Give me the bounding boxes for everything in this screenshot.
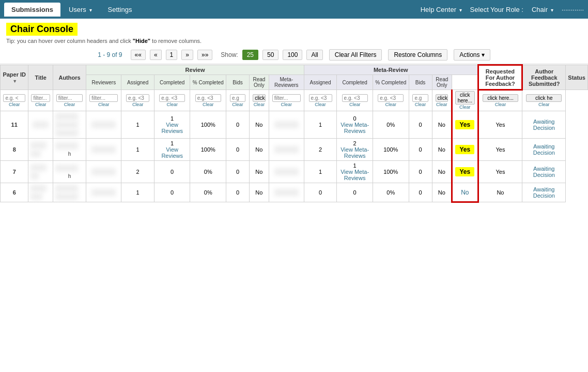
user-account[interactable]: ············ xyxy=(562,6,584,13)
filter-meta-pct[interactable]: Clear xyxy=(373,90,409,111)
view-reviews-link[interactable]: View Reviews xyxy=(161,146,183,159)
filter-title[interactable]: Clear xyxy=(28,90,53,111)
nav-tab-submissions[interactable]: Submissions xyxy=(4,3,60,17)
filter-meta-completed-input[interactable] xyxy=(342,94,368,102)
th-reviewers[interactable]: Reviewers xyxy=(86,75,121,90)
filter-authors-clear[interactable]: Clear xyxy=(55,102,84,107)
th-paper-id[interactable]: Paper ID ▼ xyxy=(1,65,28,90)
filter-status[interactable]: click he Clear xyxy=(522,90,566,111)
show-100-button[interactable]: 100 xyxy=(283,50,302,60)
filter-author-feedback-button[interactable]: click here... xyxy=(483,94,519,102)
filter-reviewers-clear[interactable]: Clear xyxy=(88,102,119,107)
filter-meta-pct-clear[interactable]: Clear xyxy=(375,102,407,107)
show-50-button[interactable]: 50 xyxy=(262,50,278,60)
requested-feedback-no[interactable]: No xyxy=(461,189,469,196)
filter-review-pct-input[interactable] xyxy=(195,94,221,102)
next-page-button[interactable]: » xyxy=(181,50,193,60)
th-meta-readonly[interactable]: Read Only xyxy=(432,75,452,90)
filter-review-completed-input[interactable] xyxy=(159,94,185,102)
show-all-button[interactable]: All xyxy=(306,50,322,60)
view-meta-reviews-link[interactable]: View Meta-Reviews xyxy=(341,169,369,181)
cell-review-readonly: No xyxy=(250,139,269,161)
filter-authors-input[interactable] xyxy=(56,94,83,102)
nav-tab-settings[interactable]: Settings xyxy=(100,3,139,17)
role-selector[interactable]: Chair ▾ xyxy=(532,6,553,13)
filter-status-clear[interactable]: Clear xyxy=(524,102,564,107)
filter-meta-readonly-clear[interactable]: Clear xyxy=(434,102,450,107)
show-25-button[interactable]: 25 xyxy=(242,50,258,60)
filter-meta-completed-clear[interactable]: Clear xyxy=(338,102,371,107)
filter-meta-readonly-button[interactable]: click xyxy=(436,94,448,102)
th-title[interactable]: Title xyxy=(28,65,53,90)
cell-review-completed: 0 xyxy=(154,183,190,202)
prev-page-button[interactable]: « xyxy=(150,50,162,60)
th-review-pct[interactable]: % Completed xyxy=(190,75,226,90)
filter-paper-id-input[interactable] xyxy=(3,94,25,102)
filter-review-bids[interactable]: Clear xyxy=(226,90,250,111)
filter-author-feedback[interactable]: click here... Clear xyxy=(478,90,522,111)
filter-title-clear[interactable]: Clear xyxy=(30,102,51,107)
nav-tab-users[interactable]: Users ▾ xyxy=(61,3,100,17)
filter-meta-assigned-clear[interactable]: Clear xyxy=(306,102,335,107)
cell-requested-feedback[interactable]: No xyxy=(452,183,478,202)
filter-review-readonly-button[interactable]: click xyxy=(253,94,265,102)
filter-meta-assigned[interactable]: Clear xyxy=(304,90,336,111)
filter-meta-bids-input[interactable] xyxy=(412,94,428,102)
filter-review-readonly-clear[interactable]: Clear xyxy=(251,102,267,107)
filter-requested-feedback[interactable]: click here... Clear xyxy=(452,90,478,111)
view-meta-reviews-link[interactable]: View Meta-Reviews xyxy=(341,122,369,134)
th-review-readonly[interactable]: Read Only xyxy=(250,75,269,90)
filter-review-pct-clear[interactable]: Clear xyxy=(192,102,224,107)
filter-paper-id[interactable]: Clear xyxy=(1,90,28,111)
filter-requested-feedback-button[interactable]: click here... xyxy=(455,91,474,105)
view-reviews-link[interactable]: View Reviews xyxy=(161,122,183,134)
filter-meta-readonly[interactable]: click Clear xyxy=(432,90,452,111)
help-center-link[interactable]: Help Center ▾ xyxy=(421,6,462,13)
th-author-feedback[interactable]: Author Feedback Submitted? xyxy=(522,65,566,90)
filter-reviewers[interactable]: Clear xyxy=(86,90,121,111)
filter-meta-pct-input[interactable] xyxy=(378,94,404,102)
th-review-completed[interactable]: Completed xyxy=(154,75,190,90)
th-meta-pct[interactable]: % Completed xyxy=(373,75,409,90)
th-review-assigned[interactable]: Assigned xyxy=(121,75,154,90)
actions-dropdown-button[interactable]: Actions ▾ xyxy=(454,49,490,61)
filter-author-feedback-clear[interactable]: Clear xyxy=(481,102,521,107)
filter-review-bids-clear[interactable]: Clear xyxy=(228,102,247,107)
th-meta-reviewers[interactable]: Meta-Reviewers xyxy=(269,75,304,90)
filter-meta-reviewers[interactable]: Clear xyxy=(269,90,304,111)
th-status[interactable]: Status xyxy=(566,65,588,90)
filter-review-bids-input[interactable] xyxy=(230,94,245,102)
filter-review-assigned-clear[interactable]: Clear xyxy=(123,102,152,107)
filter-paper-id-clear[interactable]: Clear xyxy=(2,102,26,107)
clear-all-filters-button[interactable]: Clear All Filters xyxy=(329,49,382,61)
filter-review-readonly[interactable]: click Clear xyxy=(250,90,269,111)
filter-review-assigned-input[interactable] xyxy=(126,94,149,102)
filter-meta-bids[interactable]: Clear xyxy=(409,90,432,111)
th-meta-completed[interactable]: Completed xyxy=(337,75,373,90)
th-requested-feedback[interactable]: Requested For Author Feedback? xyxy=(478,65,522,90)
view-meta-reviews-link[interactable]: View Meta-Reviews xyxy=(341,146,369,159)
filter-review-assigned[interactable]: Clear xyxy=(121,90,154,111)
first-page-button[interactable]: «« xyxy=(131,50,146,60)
filter-title-input[interactable] xyxy=(31,94,50,102)
th-meta-assigned[interactable]: Assigned xyxy=(304,75,336,90)
filter-meta-bids-clear[interactable]: Clear xyxy=(411,102,430,107)
current-page-button[interactable]: 1 xyxy=(166,50,178,60)
th-review-bids[interactable]: Bids xyxy=(226,75,250,90)
filter-meta-reviewers-input[interactable] xyxy=(272,94,301,102)
th-meta-bids[interactable]: Bids xyxy=(409,75,432,90)
last-page-button[interactable]: »» xyxy=(197,50,212,60)
restore-columns-button[interactable]: Restore Columns xyxy=(388,49,447,61)
filter-meta-completed[interactable]: Clear xyxy=(337,90,373,111)
filter-meta-reviewers-clear[interactable]: Clear xyxy=(271,102,302,107)
filter-review-pct[interactable]: Clear xyxy=(190,90,226,111)
filter-requested-feedback-clear[interactable]: Clear xyxy=(454,105,476,110)
filter-review-completed-clear[interactable]: Clear xyxy=(156,102,189,107)
filter-status-button[interactable]: click he xyxy=(526,94,562,102)
filter-authors[interactable]: Clear xyxy=(53,90,86,111)
filter-review-completed[interactable]: Clear xyxy=(154,90,190,111)
filter-reviewers-input[interactable] xyxy=(89,94,118,102)
cell-status: Awaiting Decision xyxy=(522,161,566,183)
th-authors[interactable]: Authors xyxy=(53,65,86,90)
filter-meta-assigned-input[interactable] xyxy=(309,94,332,102)
